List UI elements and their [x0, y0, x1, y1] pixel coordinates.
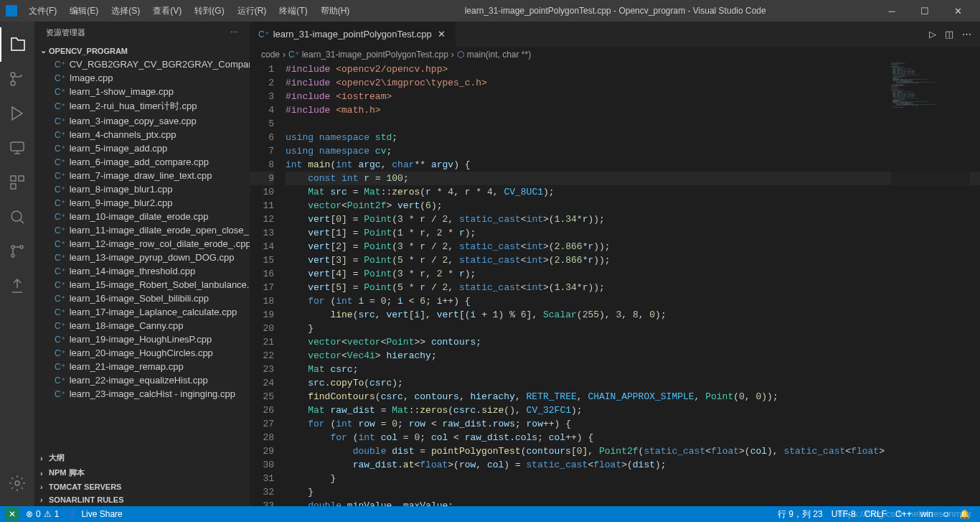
search-icon[interactable]	[0, 200, 34, 234]
close-button[interactable]: ✕	[941, 0, 974, 22]
file-label: learn_6-image_add_compare.cpp	[70, 157, 209, 167]
feedback-icon[interactable]: ☺	[938, 508, 955, 521]
file-label: learn_17-image_Laplance_calculate.cpp	[70, 307, 237, 317]
menu-item[interactable]: 运行(R)	[232, 2, 273, 20]
sidebar-section[interactable]: ›TOMCAT SERVERS	[34, 480, 250, 493]
file-item[interactable]: C⁺learn_22-image_equalizeHist.cpp	[34, 373, 250, 387]
svg-rect-5	[11, 184, 16, 189]
cpp-file-icon: C⁺	[55, 307, 65, 317]
file-item[interactable]: C⁺learn_20-image_HoughCircles.cpp	[34, 346, 250, 360]
menu-item[interactable]: 帮助(H)	[315, 2, 356, 20]
file-item[interactable]: C⁺learn_10-image_dilate_erode.cpp	[34, 210, 250, 223]
menu-item[interactable]: 编辑(E)	[64, 2, 104, 20]
file-item[interactable]: C⁺learn_18-image_Canny.cpp	[34, 319, 250, 332]
sidebar-section[interactable]: ›SONARLINT RULES	[34, 493, 250, 506]
file-item[interactable]: C⁺learn_16-image_Sobel_bilibili.cpp	[34, 292, 250, 305]
tab-active[interactable]: C⁺ learn_31-image_pointPolygonTest.cpp ✕	[250, 22, 456, 47]
language-status[interactable]: C++	[891, 508, 916, 521]
more-icon[interactable]: ⋯	[230, 28, 238, 37]
section-label: NPM 脚本	[49, 467, 85, 478]
file-item[interactable]: C⁺learn_21-image_remap.cpp	[34, 360, 250, 373]
breadcrumb-file[interactable]: learn_31-image_pointPolygonTest.cpp	[302, 50, 448, 60]
chevron-right-icon: ›	[40, 454, 46, 462]
more-actions-icon[interactable]: ⋯	[962, 29, 971, 39]
minimap[interactable]: #include <opencv2/opencv.hpp>#include <o…	[891, 62, 970, 506]
run-debug-icon[interactable]	[0, 96, 34, 131]
cpp-file-icon: C⁺	[55, 212, 65, 222]
cpp-file-icon: C⁺	[55, 198, 65, 208]
cpp-file-icon: C⁺	[55, 225, 65, 236]
problems-status[interactable]: ⊗0 ⚠1	[22, 509, 63, 519]
file-item[interactable]: C⁺learn_5-image_add.cpp	[34, 141, 250, 155]
remote-indicator[interactable]: ✕	[6, 508, 19, 521]
file-item[interactable]: C⁺learn_9-image_blur2.cpp	[34, 196, 250, 210]
remote-icon[interactable]	[0, 131, 34, 165]
file-item[interactable]: C⁺learn_3-image_copy_save.cpp	[34, 114, 250, 128]
sidebar-header: 资源管理器 ⋯	[34, 22, 250, 44]
statusbar: ✕ ⊗0 ⚠1 👤 Live Share 行 9，列 23 UTF-8 CRLF…	[0, 506, 980, 522]
breadcrumb-symbol[interactable]: main(int, char **)	[467, 50, 531, 60]
close-icon[interactable]: ✕	[436, 27, 447, 41]
activity-bar	[0, 22, 34, 506]
file-label: learn_20-image_HoughCircles.cpp	[70, 348, 213, 358]
svg-point-8	[20, 246, 23, 248]
encoding-status[interactable]: UTF-8	[827, 508, 860, 521]
sidebar-section[interactable]: ›NPM 脚本	[34, 465, 250, 480]
menu-item[interactable]: 文件(F)	[23, 2, 62, 20]
cursor-position[interactable]: 行 9，列 23	[773, 508, 827, 521]
file-item[interactable]: C⁺learn_12-image_row_col_dilate_erode_.c…	[34, 237, 250, 251]
liveshare-status[interactable]: 👤 Live Share	[63, 509, 126, 519]
file-item[interactable]: C⁺learn_15-image_Robert_Sobel_lanbulance…	[34, 278, 250, 292]
code-content[interactable]: #include <opencv2/opencv.hpp>#include <o…	[286, 62, 980, 506]
git-graph-icon[interactable]	[0, 234, 34, 269]
minimize-button[interactable]: ─	[875, 0, 908, 22]
file-item[interactable]: C⁺Image.cpp	[34, 71, 250, 85]
svg-rect-2	[11, 142, 24, 151]
maximize-button[interactable]: ☐	[908, 0, 941, 22]
cpp-file-icon: C⁺	[55, 185, 65, 195]
split-editor-icon[interactable]: ◫	[945, 29, 953, 39]
file-item[interactable]: C⁺CV_RGB2GRAY_CV_BGR2GRAY_Compare.cpp	[34, 57, 250, 71]
file-item[interactable]: C⁺learn_1-show_image.cpp	[34, 85, 250, 98]
explorer-icon[interactable]	[0, 27, 34, 62]
file-label: learn_11-image_dilate_erode_open_close_…	[70, 225, 250, 236]
eol-status[interactable]: CRLF	[860, 508, 891, 521]
menu-item[interactable]: 转到(G)	[189, 2, 230, 20]
win-status[interactable]: win	[916, 508, 938, 521]
file-item[interactable]: C⁺learn_6-image_add_compare.cpp	[34, 155, 250, 169]
chevron-right-icon: ›	[451, 50, 454, 60]
menu-item[interactable]: 选择(S)	[105, 2, 146, 20]
file-item[interactable]: C⁺learn_17-image_Laplance_calculate.cpp	[34, 305, 250, 319]
file-item[interactable]: C⁺learn_13-image_pyrup_down_DOG.cpp	[34, 251, 250, 264]
notifications-icon[interactable]: 🔔	[955, 508, 974, 521]
file-item[interactable]: C⁺learn_4-channels_ptx.cpp	[34, 128, 250, 141]
file-label: learn_3-image_copy_save.cpp	[70, 116, 197, 126]
run-icon[interactable]: ▷	[929, 29, 936, 39]
source-control-icon[interactable]	[0, 62, 34, 96]
file-item[interactable]: C⁺learn_23-image_calcHist - inginging.cp…	[34, 387, 250, 401]
file-item[interactable]: C⁺learn_14-image_threshold.cpp	[34, 264, 250, 278]
cpp-file-icon: C⁺	[55, 116, 65, 126]
file-list: C⁺CV_RGB2GRAY_CV_BGR2GRAY_Compare.cppC⁺I…	[34, 57, 250, 450]
extensions-icon[interactable]	[0, 165, 34, 200]
file-item[interactable]: C⁺learn_2-rui_hua_timer计时.cpp	[34, 98, 250, 114]
cpp-file-icon: C⁺	[258, 29, 269, 39]
svg-point-6	[11, 211, 22, 221]
menu-item[interactable]: 终端(T)	[273, 2, 313, 20]
sidebar-section[interactable]: ›大纲	[34, 450, 250, 465]
file-label: learn_7-image_draw_line_text.cpp	[70, 170, 212, 181]
settings-gear-icon[interactable]	[0, 466, 34, 500]
menu-item[interactable]: 查看(V)	[147, 2, 187, 20]
share-icon[interactable]	[0, 269, 34, 303]
file-item[interactable]: C⁺learn_11-image_dilate_erode_open_close…	[34, 223, 250, 237]
svg-point-0	[11, 73, 15, 77]
file-item[interactable]: C⁺learn_19-image_HoughLinesP.cpp	[34, 332, 250, 346]
file-item[interactable]: C⁺learn_8-image_blur1.cpp	[34, 182, 250, 196]
breadcrumb[interactable]: code › C⁺ learn_31-image_pointPolygonTes…	[250, 47, 980, 62]
vscode-logo-icon	[6, 5, 17, 17]
file-item[interactable]: C⁺learn_7-image_draw_line_text.cpp	[34, 169, 250, 182]
code-editor[interactable]: 1234567891011121314151617181920212223242…	[250, 62, 980, 506]
breadcrumb-root[interactable]: code	[261, 50, 280, 60]
project-root[interactable]: ⌄ OPENCV_PROGRAM	[34, 44, 250, 57]
cpp-file-icon: C⁺	[55, 171, 65, 181]
